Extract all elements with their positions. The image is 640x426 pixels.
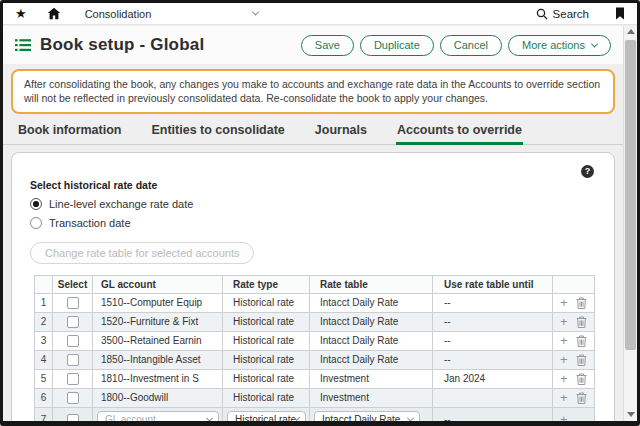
row-checkbox[interactable] xyxy=(67,392,79,404)
row-number: 5 xyxy=(35,369,53,388)
duplicate-button[interactable]: Duplicate xyxy=(360,35,434,56)
rate-type-cell[interactable]: Historical rate xyxy=(223,312,310,331)
rate-table-cell[interactable]: Intacct Daily Rate xyxy=(310,312,433,331)
delete-row-icon[interactable] xyxy=(576,316,587,328)
scroll-up-icon[interactable] xyxy=(627,29,635,34)
gl-account-cell[interactable]: 1520--Furniture & Fixt xyxy=(93,312,223,331)
gl-account-cell[interactable]: 1810--Investment in S xyxy=(93,369,223,388)
gl-account-cell[interactable]: 1850--Intangible Asset xyxy=(93,350,223,369)
bookmark-icon[interactable] xyxy=(615,7,625,20)
help-icon[interactable]: ? xyxy=(581,165,594,178)
app-window: ★ Consolidation Search Book setup - Glob… xyxy=(0,0,640,426)
add-row-icon[interactable]: + xyxy=(560,334,568,347)
row-checkbox[interactable] xyxy=(67,373,79,385)
radio-button[interactable] xyxy=(30,217,42,229)
row-actions-cell: + xyxy=(553,293,595,312)
rate-type-cell[interactable]: Historical rate xyxy=(223,331,310,350)
add-row-icon[interactable]: + xyxy=(560,353,568,366)
delete-row-icon[interactable] xyxy=(576,392,587,404)
use-rate-table-until-cell[interactable]: -- xyxy=(433,407,553,426)
gl-account-cell[interactable]: 3500--Retained Earnin xyxy=(93,331,223,350)
application-name: Consolidation xyxy=(85,8,152,20)
accounts-table: Select GL account Rate type Rate table U… xyxy=(34,275,595,426)
page-content: After consolidating the book, any change… xyxy=(3,64,623,421)
rate-table-cell[interactable]: Intacct Daily Rate xyxy=(310,331,433,350)
use-rate-table-until-cell[interactable]: -- xyxy=(433,293,553,312)
save-button[interactable]: Save xyxy=(301,35,354,56)
home-icon[interactable] xyxy=(47,7,61,20)
accounts-to-override-panel: ? Select historical rate date Line-level… xyxy=(11,152,615,426)
delete-row-icon[interactable] xyxy=(576,335,587,347)
row-checkbox[interactable] xyxy=(67,335,79,347)
rate-type-cell[interactable]: Historical rate xyxy=(223,350,310,369)
table-header-row: Select GL account Rate type Rate table U… xyxy=(35,275,595,293)
add-row-icon[interactable]: + xyxy=(560,296,568,309)
use-rate-table-until-cell[interactable]: -- xyxy=(433,331,553,350)
row-checkbox[interactable] xyxy=(67,354,79,366)
cancel-button[interactable]: Cancel xyxy=(440,35,502,56)
row-actions-cell: + xyxy=(553,407,595,426)
rate-type-dropdown[interactable]: Historical rate xyxy=(227,411,306,426)
rate-type-cell[interactable]: Historical rate xyxy=(223,369,310,388)
tab-journals[interactable]: Journals xyxy=(314,123,368,144)
more-actions-button[interactable]: More actions xyxy=(508,35,611,56)
more-actions-label: More actions xyxy=(522,39,585,51)
select-column-header: Select xyxy=(53,275,93,293)
rate-table-cell[interactable]: Intacct Daily Rate xyxy=(310,293,433,312)
row-checkbox[interactable] xyxy=(67,297,79,309)
chevron-down-icon xyxy=(591,40,598,47)
tab-accounts-to-override[interactable]: Accounts to override xyxy=(396,123,523,144)
tab-bar: Book information Entities to consolidate… xyxy=(3,123,623,145)
add-row-icon[interactable]: + xyxy=(560,391,568,404)
radio-line-level-exchange-rate-date[interactable]: Line-level exchange rate date xyxy=(30,198,614,210)
favorites-star-icon[interactable]: ★ xyxy=(15,7,27,20)
use-rate-table-until-cell[interactable]: -- xyxy=(433,350,553,369)
table-row: 2 1520--Furniture & Fixt Historical rate… xyxy=(35,312,595,331)
row-number: 3 xyxy=(35,331,53,350)
row-checkbox[interactable] xyxy=(67,316,79,328)
row-select-cell xyxy=(53,350,93,369)
scroll-down-icon[interactable] xyxy=(627,412,635,417)
row-checkbox[interactable] xyxy=(67,414,79,426)
rate-type-cell[interactable]: Historical rate xyxy=(223,388,310,407)
tab-entities-to-consolidate[interactable]: Entities to consolidate xyxy=(150,123,285,144)
rate-table-dropdown[interactable]: Intacct Daily Rate xyxy=(314,411,420,426)
rate-table-cell[interactable]: Investment xyxy=(310,369,433,388)
rate-table-column-header: Rate table xyxy=(310,275,433,293)
table-row: 5 1810--Investment in S Historical rate … xyxy=(35,369,595,388)
radio-button[interactable] xyxy=(30,198,42,210)
row-actions-cell: + xyxy=(553,388,595,407)
use-rate-table-until-cell[interactable] xyxy=(433,388,553,407)
delete-row-icon[interactable] xyxy=(576,297,587,309)
row-number: 4 xyxy=(35,350,53,369)
tab-book-information[interactable]: Book information xyxy=(17,123,122,144)
radio-transaction-date[interactable]: Transaction date xyxy=(30,217,614,229)
add-row-icon[interactable]: + xyxy=(560,372,568,385)
gl-account-cell[interactable]: 1510--Computer Equip xyxy=(93,293,223,312)
change-rate-table-button[interactable]: Change rate table for selected accounts xyxy=(30,242,254,264)
row-number: 7 xyxy=(35,407,53,426)
rate-table-cell[interactable]: Investment xyxy=(310,388,433,407)
gl-account-dropdown[interactable]: GL account xyxy=(97,411,219,426)
rate-type-cell[interactable]: Historical rate xyxy=(223,293,310,312)
search-button[interactable]: Search xyxy=(536,8,589,20)
gl-account-placeholder: GL account xyxy=(105,414,156,425)
delete-row-icon[interactable] xyxy=(576,354,587,366)
warning-banner: After consolidating the book, any change… xyxy=(11,69,615,114)
vertical-scrollbar[interactable] xyxy=(623,26,637,421)
page-title: Book setup - Global xyxy=(40,35,204,55)
scrollbar-thumb[interactable] xyxy=(625,40,636,350)
application-switcher[interactable]: Consolidation xyxy=(85,8,259,20)
add-row-icon[interactable]: + xyxy=(560,413,568,426)
row-select-cell xyxy=(53,388,93,407)
chevron-down-icon xyxy=(206,415,213,422)
record-list-icon[interactable] xyxy=(15,38,31,52)
gl-account-cell[interactable]: 1800--Goodwill xyxy=(93,388,223,407)
add-row-icon[interactable]: + xyxy=(560,315,568,328)
rate-table-cell[interactable]: Intacct Daily Rate xyxy=(310,350,433,369)
row-select-cell xyxy=(53,369,93,388)
delete-row-icon[interactable] xyxy=(576,373,587,385)
rate-type-value: Historical rate xyxy=(235,414,296,425)
use-rate-table-until-cell[interactable]: Jan 2024 xyxy=(433,369,553,388)
use-rate-table-until-cell[interactable]: -- xyxy=(433,312,553,331)
